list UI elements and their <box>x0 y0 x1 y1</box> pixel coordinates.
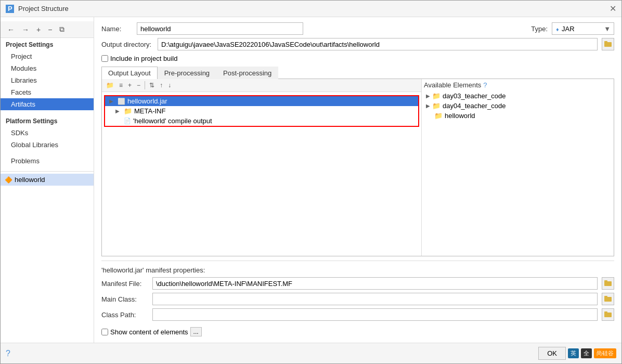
right-bottom-area: OK 英 全 尚硅谷 <box>538 347 616 360</box>
layout-toolbar: 📁 ≡ + − ⇅ ↑ ↓ <box>102 79 421 92</box>
svg-rect-3 <box>604 41 607 43</box>
svg-text:P: P <box>8 5 12 12</box>
type-select[interactable]: ⬧ JAR ▼ <box>552 22 614 35</box>
folder-icon-day03: 📁 <box>432 92 440 100</box>
project-settings-label: Project Settings <box>1 38 94 50</box>
title-bar-left: P Project Structure <box>6 5 69 13</box>
folder-add-button[interactable]: 📁 <box>104 80 116 90</box>
add-element-button[interactable]: + <box>126 80 134 90</box>
artifact-name: helloworld <box>15 176 45 184</box>
tree-item-helloworld-jar[interactable]: ▶ ⬜ helloworld.jar <box>105 96 418 106</box>
tab-pre-processing[interactable]: Pre-processing <box>158 67 216 79</box>
tree-item-meta-inf[interactable]: ▶ 📁 META-INF <box>105 106 418 116</box>
avail-label-day03: day03_teacher_code <box>443 92 506 100</box>
tab-post-processing[interactable]: Post-processing <box>216 67 278 79</box>
name-input[interactable] <box>137 22 303 35</box>
manifest-file-input[interactable] <box>152 277 598 290</box>
sidebar-item-libraries[interactable]: Libraries <box>1 74 94 86</box>
svg-rect-9 <box>604 311 607 313</box>
forward-button[interactable]: → <box>19 24 32 35</box>
show-content-button[interactable]: ... <box>190 327 202 336</box>
class-path-browse-button[interactable] <box>602 308 614 321</box>
main-class-browse-button[interactable] <box>602 293 614 305</box>
tab-output-layout[interactable]: Output Layout <box>101 67 158 79</box>
add-button[interactable]: + <box>34 24 43 35</box>
sidebar-item-modules[interactable]: Modules <box>1 62 94 74</box>
name-type-row: Name: Type: ⬧ JAR ▼ <box>101 22 614 35</box>
ime-badge-1: 英 <box>568 348 579 358</box>
tab-content-area: 📁 ≡ + − ⇅ ↑ ↓ ▶ <box>101 79 614 256</box>
type-label: Type: <box>531 25 548 33</box>
output-dir-label: Output directory: <box>101 41 153 48</box>
output-dir-browse-button[interactable] <box>602 38 614 50</box>
copy-button[interactable]: ⧉ <box>57 23 67 35</box>
class-path-label: Class Path: <box>101 311 148 319</box>
tree-expand-jar[interactable]: ▶ <box>109 98 115 104</box>
svg-rect-8 <box>604 313 612 317</box>
avail-label-day04: day04_teacher_code <box>443 102 506 110</box>
available-help-icon[interactable]: ? <box>483 81 487 89</box>
divider-1 <box>1 110 94 114</box>
move-down-button[interactable]: ↓ <box>166 80 173 90</box>
bottom-bar: ? OK 英 全 尚硅谷 <box>1 343 621 363</box>
available-elements-panel: Available Elements ? ▶ 📁 day03_teacher_c… <box>421 79 614 256</box>
type-section: Type: ⬧ JAR ▼ <box>531 22 614 35</box>
tree-label-meta-inf: META-INF <box>134 107 165 115</box>
title-bar: P Project Structure ✕ <box>1 1 621 17</box>
svg-rect-4 <box>604 281 612 286</box>
main-class-label: Main Class: <box>101 295 148 303</box>
avail-expand-day04[interactable]: ▶ <box>426 103 430 109</box>
name-section: Name: <box>101 22 303 35</box>
available-elements-title: Available Elements ? <box>424 81 612 89</box>
sidebar-item-project[interactable]: Project <box>1 50 94 62</box>
svg-rect-5 <box>604 280 607 282</box>
sidebar-item-problems[interactable]: Problems <box>1 155 94 167</box>
manifest-file-label: Manifest File: <box>101 280 148 288</box>
type-value: JAR <box>562 25 575 33</box>
main-content: ← → + − ⧉ Project Settings Project Modul… <box>1 17 621 343</box>
folder-open-icon <box>604 41 612 47</box>
tree-label-compile-output: 'helloworld' compile output <box>133 117 212 125</box>
remove-button[interactable]: − <box>45 24 55 35</box>
folder-icon-helloworld: 📁 <box>434 112 443 120</box>
manifest-file-row: Manifest File: <box>101 277 614 290</box>
sidebar-item-sdks[interactable]: SDKs <box>1 127 94 139</box>
nav-bar: ← → + − ⧉ <box>1 21 94 38</box>
remove-element-button[interactable]: − <box>135 80 142 90</box>
show-content-checkbox[interactable] <box>101 329 108 335</box>
manifest-file-browse-button[interactable] <box>602 277 614 290</box>
divider-2 <box>1 151 94 155</box>
main-class-input[interactable] <box>152 293 598 305</box>
help-icon[interactable]: ? <box>6 349 10 358</box>
sidebar-item-artifacts[interactable]: Artifacts <box>1 98 94 110</box>
avail-expand-day03[interactable]: ▶ <box>426 93 430 99</box>
class-path-row: Class Path: <box>101 308 614 321</box>
sort-button[interactable]: ⇅ <box>147 80 157 90</box>
layout-left-panel: 📁 ≡ + − ⇅ ↑ ↓ ▶ <box>102 79 421 256</box>
main-class-row: Main Class: <box>101 293 614 305</box>
close-button[interactable]: ✕ <box>610 4 616 14</box>
class-path-input[interactable] <box>152 308 598 321</box>
file-icon-compile-output: 📄 <box>124 118 131 124</box>
output-dir-input[interactable] <box>158 38 598 50</box>
tree-item-compile-output[interactable]: 📄 'helloworld' compile output <box>105 116 418 126</box>
sidebar: ← → + − ⧉ Project Settings Project Modul… <box>1 17 94 343</box>
sidebar-item-facets[interactable]: Facets <box>1 86 94 98</box>
toolbar-separator <box>145 81 145 89</box>
sidebar-item-global-libraries[interactable]: Global Libraries <box>1 139 94 151</box>
available-item-day04[interactable]: ▶ 📁 day04_teacher_code <box>424 101 612 111</box>
layout-tree: ▶ ⬜ helloworld.jar ▶ 📁 META-INF <box>102 92 421 256</box>
manifest-folder-icon <box>604 280 612 286</box>
available-item-helloworld[interactable]: 📁 helloworld <box>424 111 612 121</box>
move-up-button[interactable]: ↑ <box>158 80 165 90</box>
back-button[interactable]: ← <box>5 24 17 35</box>
tree-expand-meta-inf[interactable]: ▶ <box>115 108 122 114</box>
include-label: Include in project build <box>110 55 177 62</box>
artifact-list-item-helloworld[interactable]: 🔶 helloworld <box>1 174 94 186</box>
ok-button[interactable]: OK <box>538 347 566 360</box>
name-label: Name: <box>101 25 133 33</box>
highlight-box: ▶ ⬜ helloworld.jar ▶ 📁 META-INF <box>104 95 419 127</box>
available-item-day03[interactable]: ▶ 📁 day03_teacher_code <box>424 91 612 101</box>
include-checkbox[interactable] <box>101 55 108 62</box>
list-button[interactable]: ≡ <box>117 80 125 90</box>
